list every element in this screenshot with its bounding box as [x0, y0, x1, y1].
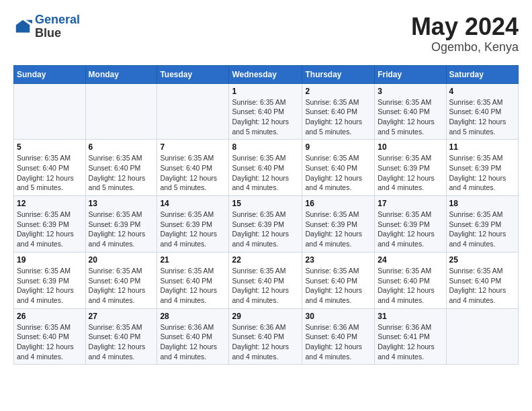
day-number: 27 — [89, 312, 154, 321]
day-number: 15 — [232, 199, 299, 208]
day-number: 31 — [378, 312, 443, 321]
calendar-cell: 25Sunrise: 6:35 AM Sunset: 6:40 PM Dayli… — [446, 252, 518, 308]
calendar-cell — [14, 83, 86, 140]
day-number: 30 — [305, 312, 371, 321]
day-number: 20 — [89, 255, 154, 265]
day-number: 25 — [449, 255, 515, 265]
calendar-cell: 28Sunrise: 6:36 AM Sunset: 6:40 PM Dayli… — [157, 308, 229, 365]
calendar-header-row: SundayMondayTuesdayWednesdayThursdayFrid… — [14, 65, 519, 83]
day-info: Sunrise: 6:35 AM Sunset: 6:40 PM Dayligh… — [17, 153, 83, 193]
day-info: Sunrise: 6:35 AM Sunset: 6:40 PM Dayligh… — [89, 322, 154, 362]
day-number: 8 — [232, 142, 299, 152]
day-info: Sunrise: 6:35 AM Sunset: 6:40 PM Dayligh… — [378, 97, 443, 137]
day-number: 9 — [305, 142, 371, 152]
day-number: 17 — [378, 199, 443, 208]
calendar-cell: 19Sunrise: 6:35 AM Sunset: 6:39 PM Dayli… — [14, 252, 86, 308]
calendar-cell: 29Sunrise: 6:36 AM Sunset: 6:40 PM Dayli… — [229, 308, 302, 365]
header-day-thursday: Thursday — [302, 65, 375, 83]
month-title: May 2024 — [411, 13, 519, 40]
day-info: Sunrise: 6:35 AM Sunset: 6:39 PM Dayligh… — [17, 266, 83, 306]
calendar-cell: 6Sunrise: 6:35 AM Sunset: 6:40 PM Daylig… — [85, 140, 157, 196]
calendar-cell: 13Sunrise: 6:35 AM Sunset: 6:39 PM Dayli… — [85, 196, 157, 253]
calendar-cell: 12Sunrise: 6:35 AM Sunset: 6:39 PM Dayli… — [14, 196, 86, 253]
calendar-cell: 8Sunrise: 6:35 AM Sunset: 6:40 PM Daylig… — [229, 140, 302, 196]
calendar-cell: 23Sunrise: 6:35 AM Sunset: 6:40 PM Dayli… — [302, 252, 375, 308]
calendar-cell: 1Sunrise: 6:35 AM Sunset: 6:40 PM Daylig… — [229, 83, 302, 140]
calendar-week-row: 1Sunrise: 6:35 AM Sunset: 6:40 PM Daylig… — [14, 83, 519, 140]
calendar-week-row: 12Sunrise: 6:35 AM Sunset: 6:39 PM Dayli… — [14, 196, 519, 253]
day-number: 5 — [17, 142, 83, 152]
day-info: Sunrise: 6:35 AM Sunset: 6:40 PM Dayligh… — [17, 322, 83, 362]
day-info: Sunrise: 6:36 AM Sunset: 6:40 PM Dayligh… — [305, 322, 371, 362]
day-info: Sunrise: 6:36 AM Sunset: 6:41 PM Dayligh… — [378, 322, 443, 362]
day-number: 10 — [378, 142, 443, 152]
day-info: Sunrise: 6:36 AM Sunset: 6:40 PM Dayligh… — [232, 322, 299, 362]
day-info: Sunrise: 6:35 AM Sunset: 6:40 PM Dayligh… — [160, 153, 226, 193]
title-block: May 2024 Ogembo, Kenya — [411, 13, 519, 54]
calendar-cell: 18Sunrise: 6:35 AM Sunset: 6:39 PM Dayli… — [446, 196, 518, 253]
svg-marker-0 — [16, 20, 30, 33]
day-info: Sunrise: 6:35 AM Sunset: 6:40 PM Dayligh… — [305, 97, 371, 137]
day-info: Sunrise: 6:35 AM Sunset: 6:40 PM Dayligh… — [160, 266, 226, 306]
calendar-cell — [157, 83, 229, 140]
calendar-cell: 14Sunrise: 6:35 AM Sunset: 6:39 PM Dayli… — [157, 196, 229, 253]
location-title: Ogembo, Kenya — [411, 40, 519, 54]
header-day-saturday: Saturday — [446, 65, 518, 83]
day-number: 14 — [160, 199, 226, 208]
logo: GeneralBlue — [13, 13, 80, 40]
header-day-friday: Friday — [375, 65, 446, 83]
calendar-cell: 10Sunrise: 6:35 AM Sunset: 6:39 PM Dayli… — [375, 140, 446, 196]
day-info: Sunrise: 6:35 AM Sunset: 6:40 PM Dayligh… — [449, 97, 515, 137]
header-day-tuesday: Tuesday — [157, 65, 229, 83]
day-number: 7 — [160, 142, 226, 152]
day-number: 6 — [89, 142, 154, 152]
day-info: Sunrise: 6:35 AM Sunset: 6:40 PM Dayligh… — [232, 266, 299, 306]
day-number: 12 — [17, 199, 83, 208]
day-info: Sunrise: 6:35 AM Sunset: 6:40 PM Dayligh… — [232, 97, 299, 137]
calendar-cell: 11Sunrise: 6:35 AM Sunset: 6:39 PM Dayli… — [446, 140, 518, 196]
day-number: 2 — [305, 87, 371, 96]
calendar-cell: 20Sunrise: 6:35 AM Sunset: 6:40 PM Dayli… — [85, 252, 157, 308]
day-info: Sunrise: 6:35 AM Sunset: 6:39 PM Dayligh… — [449, 210, 515, 249]
day-info: Sunrise: 6:35 AM Sunset: 6:40 PM Dayligh… — [449, 266, 515, 306]
day-number: 22 — [232, 255, 299, 265]
day-info: Sunrise: 6:36 AM Sunset: 6:40 PM Dayligh… — [160, 322, 226, 362]
calendar-cell: 17Sunrise: 6:35 AM Sunset: 6:39 PM Dayli… — [375, 196, 446, 253]
page-header: GeneralBlue May 2024 Ogembo, Kenya — [13, 13, 519, 54]
calendar-cell: 3Sunrise: 6:35 AM Sunset: 6:40 PM Daylig… — [375, 83, 446, 140]
day-info: Sunrise: 6:35 AM Sunset: 6:40 PM Dayligh… — [232, 153, 299, 193]
day-info: Sunrise: 6:35 AM Sunset: 6:39 PM Dayligh… — [305, 210, 371, 249]
day-info: Sunrise: 6:35 AM Sunset: 6:39 PM Dayligh… — [378, 210, 443, 249]
calendar-week-row: 26Sunrise: 6:35 AM Sunset: 6:40 PM Dayli… — [14, 308, 519, 365]
day-number: 28 — [160, 312, 226, 321]
calendar-cell — [85, 83, 157, 140]
day-number: 26 — [17, 312, 83, 321]
day-info: Sunrise: 6:35 AM Sunset: 6:39 PM Dayligh… — [89, 210, 154, 249]
calendar-cell: 15Sunrise: 6:35 AM Sunset: 6:39 PM Dayli… — [229, 196, 302, 253]
calendar-table: SundayMondayTuesdayWednesdayThursdayFrid… — [13, 65, 519, 365]
calendar-week-row: 19Sunrise: 6:35 AM Sunset: 6:39 PM Dayli… — [14, 252, 519, 308]
header-day-monday: Monday — [85, 65, 157, 83]
logo-icon — [13, 17, 32, 36]
day-info: Sunrise: 6:35 AM Sunset: 6:39 PM Dayligh… — [17, 210, 83, 249]
day-number: 18 — [449, 199, 515, 208]
day-info: Sunrise: 6:35 AM Sunset: 6:39 PM Dayligh… — [160, 210, 226, 249]
header-day-wednesday: Wednesday — [229, 65, 302, 83]
day-number: 11 — [449, 142, 515, 152]
day-number: 3 — [378, 87, 443, 96]
day-info: Sunrise: 6:35 AM Sunset: 6:39 PM Dayligh… — [449, 153, 515, 193]
day-number: 1 — [232, 87, 299, 96]
day-info: Sunrise: 6:35 AM Sunset: 6:39 PM Dayligh… — [378, 153, 443, 193]
day-info: Sunrise: 6:35 AM Sunset: 6:40 PM Dayligh… — [89, 153, 154, 193]
calendar-cell: 7Sunrise: 6:35 AM Sunset: 6:40 PM Daylig… — [157, 140, 229, 196]
day-info: Sunrise: 6:35 AM Sunset: 6:40 PM Dayligh… — [378, 266, 443, 306]
day-number: 19 — [17, 255, 83, 265]
calendar-cell: 5Sunrise: 6:35 AM Sunset: 6:40 PM Daylig… — [14, 140, 86, 196]
calendar-cell: 27Sunrise: 6:35 AM Sunset: 6:40 PM Dayli… — [85, 308, 157, 365]
day-info: Sunrise: 6:35 AM Sunset: 6:39 PM Dayligh… — [232, 210, 299, 249]
day-number: 24 — [378, 255, 443, 265]
calendar-cell: 16Sunrise: 6:35 AM Sunset: 6:39 PM Dayli… — [302, 196, 375, 253]
calendar-cell: 31Sunrise: 6:36 AM Sunset: 6:41 PM Dayli… — [375, 308, 446, 365]
calendar-cell: 22Sunrise: 6:35 AM Sunset: 6:40 PM Dayli… — [229, 252, 302, 308]
day-info: Sunrise: 6:35 AM Sunset: 6:40 PM Dayligh… — [305, 153, 371, 193]
